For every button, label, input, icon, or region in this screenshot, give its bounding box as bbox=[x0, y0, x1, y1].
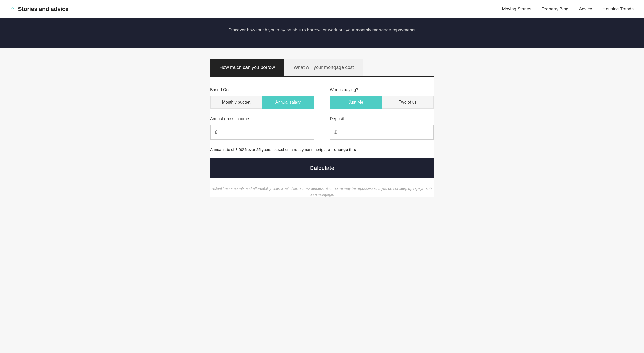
hero-banner: Discover how much you may be able to bor… bbox=[0, 18, 644, 48]
nav-advice[interactable]: Advice bbox=[579, 7, 592, 12]
rate-note: Annual rate of 3.90% over 25 years, base… bbox=[210, 147, 434, 152]
hero-subtitle: Discover how much you may be able to bor… bbox=[5, 28, 639, 33]
based-on-group: Based On Monthly budget Annual salary bbox=[210, 87, 314, 109]
calculator-form: Based On Monthly budget Annual salary Wh… bbox=[210, 77, 434, 197]
toggle-two-of-us[interactable]: Two of us bbox=[382, 96, 434, 109]
header-left: ⌂ Stories and advice bbox=[10, 5, 68, 13]
annual-income-input[interactable] bbox=[210, 125, 314, 140]
deposit-input[interactable] bbox=[330, 125, 434, 140]
who-paying-group: Who is paying? Just Me Two of us bbox=[330, 87, 434, 109]
deposit-group: Deposit bbox=[330, 117, 434, 140]
main-nav: Moving Stories Property Blog Advice Hous… bbox=[502, 7, 634, 12]
toggle-just-me[interactable]: Just Me bbox=[330, 96, 382, 109]
logo-icon[interactable]: ⌂ bbox=[10, 5, 15, 13]
disclaimer-text: Actual loan amounts and affordability cr… bbox=[210, 186, 434, 197]
deposit-label: Deposit bbox=[330, 117, 434, 121]
nav-property-blog[interactable]: Property Blog bbox=[542, 7, 569, 12]
toggle-annual-salary[interactable]: Annual salary bbox=[262, 96, 314, 109]
site-header: ⌂ Stories and advice Moving Stories Prop… bbox=[0, 0, 644, 18]
based-on-toggle-group: Monthly budget Annual salary bbox=[210, 96, 314, 109]
tab-mortgage-cost[interactable]: What will your mortgage cost bbox=[284, 59, 363, 76]
toggle-monthly-budget[interactable]: Monthly budget bbox=[210, 96, 262, 109]
form-row-inputs: Annual gross income Deposit bbox=[210, 117, 434, 140]
form-row-toggles: Based On Monthly budget Annual salary Wh… bbox=[210, 87, 434, 109]
who-paying-label: Who is paying? bbox=[330, 87, 434, 92]
calculator-tabs: How much can you borrow What will your m… bbox=[210, 59, 434, 77]
annual-income-label: Annual gross income bbox=[210, 117, 314, 121]
change-rate-link[interactable]: change this bbox=[334, 147, 356, 152]
who-paying-toggle-group: Just Me Two of us bbox=[330, 96, 434, 109]
tab-how-much-borrow[interactable]: How much can you borrow bbox=[210, 59, 284, 76]
annual-income-group: Annual gross income bbox=[210, 117, 314, 140]
nav-housing-trends[interactable]: Housing Trends bbox=[603, 7, 634, 12]
based-on-label: Based On bbox=[210, 87, 314, 92]
nav-moving-stories[interactable]: Moving Stories bbox=[502, 7, 531, 12]
site-brand: Stories and advice bbox=[18, 6, 68, 12]
main-content: How much can you borrow What will your m… bbox=[205, 59, 439, 213]
calculate-button[interactable]: Calculate bbox=[210, 158, 434, 178]
